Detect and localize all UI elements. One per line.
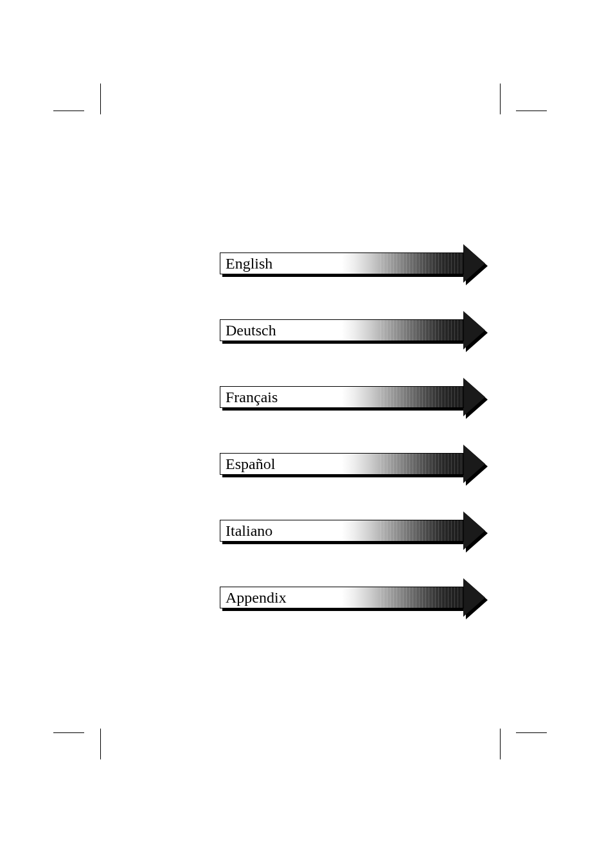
- arrow-head-icon: [463, 311, 485, 350]
- arrow-shaft: Français: [220, 386, 464, 408]
- arrow-head-icon: [463, 445, 485, 483]
- arrow-head-icon: [463, 378, 485, 416]
- section-arrow-deutsch[interactable]: Deutsch: [220, 311, 490, 350]
- crop-mark: [100, 729, 101, 759]
- arrow-head-icon: [463, 578, 485, 617]
- crop-mark: [516, 111, 547, 111]
- section-label: English: [226, 255, 272, 272]
- section-arrow-appendix[interactable]: Appendix: [220, 578, 490, 617]
- section-label: Español: [226, 456, 275, 473]
- arrow-shaft: Deutsch: [220, 319, 464, 341]
- arrow-head-icon: [463, 511, 485, 550]
- crop-mark: [500, 729, 501, 759]
- section-arrow-espanol[interactable]: Español: [220, 445, 490, 483]
- arrow-shaft: English: [220, 252, 464, 274]
- section-label: Deutsch: [226, 322, 276, 339]
- crop-mark: [516, 732, 547, 733]
- section-arrow-italiano[interactable]: Italiano: [220, 511, 490, 550]
- arrow-head-icon: [463, 244, 485, 283]
- arrow-shaft: Italiano: [220, 520, 464, 542]
- crop-mark: [53, 111, 84, 111]
- section-arrow-francais[interactable]: Français: [220, 378, 490, 416]
- section-label: Français: [226, 389, 278, 406]
- document-page: English Deutsch Français: [0, 0, 613, 868]
- crop-mark: [100, 84, 101, 114]
- arrow-shaft: Español: [220, 453, 464, 475]
- arrow-shaft: Appendix: [220, 587, 464, 608]
- section-label: Italiano: [226, 522, 272, 540]
- crop-mark: [500, 84, 501, 114]
- section-label: Appendix: [226, 589, 287, 607]
- section-arrow-english[interactable]: English: [220, 244, 490, 283]
- crop-mark: [53, 732, 84, 733]
- language-section-list: English Deutsch Français: [220, 244, 490, 645]
